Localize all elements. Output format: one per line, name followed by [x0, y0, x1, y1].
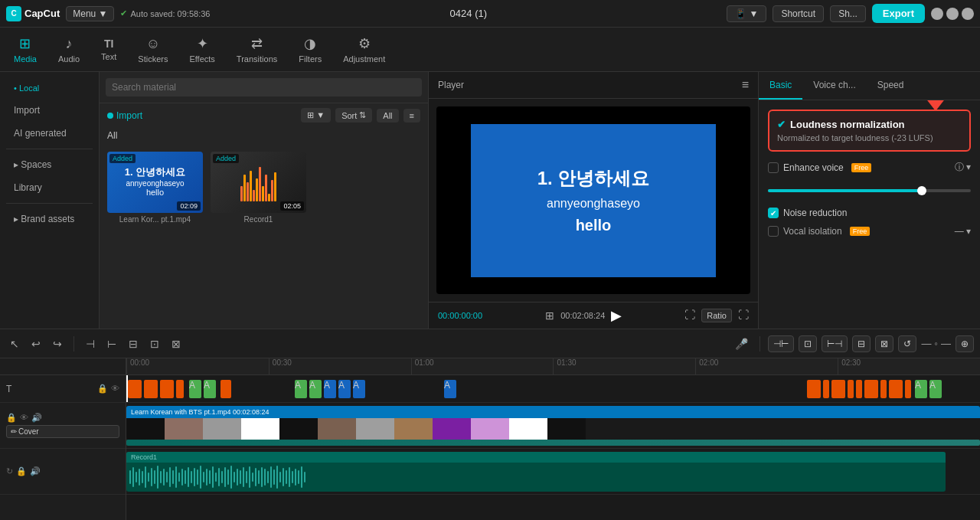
subtitle-lock-icon[interactable]: 🔒 [97, 384, 108, 394]
minimize-button[interactable] [931, 8, 943, 20]
sub-clip-b1[interactable]: A [324, 380, 336, 398]
sub-clip-r1[interactable] [807, 380, 821, 398]
toolbar-effects[interactable]: ✦ Effects [178, 31, 225, 68]
freeze-tool[interactable]: ⊡ [146, 335, 163, 352]
tab-speed[interactable]: Speed [867, 72, 915, 100]
zoom-slider[interactable]: ◦ [934, 338, 938, 349]
undo-tool[interactable]: ↩ [28, 335, 44, 352]
sidebar-item-spaces[interactable]: ▸ Spaces [3, 154, 96, 175]
import-button[interactable]: Import [107, 110, 142, 121]
vocal-isolation-info-icon[interactable]: — ▾ [955, 226, 971, 237]
tab-basic[interactable]: Basic [759, 72, 802, 100]
mic-tool[interactable]: 🎤 [731, 335, 752, 352]
toolbar-filters[interactable]: ◑ Filters [288, 31, 332, 68]
play-button[interactable]: ▶ [611, 307, 622, 324]
fullscreen-icon[interactable]: ⛶ [684, 309, 695, 322]
tab-voice-changer[interactable]: Voice ch... [802, 72, 866, 100]
sub-clip-4[interactable] [176, 380, 184, 398]
audio-volume-icon[interactable]: 🔊 [30, 466, 41, 476]
audio-loop-icon[interactable]: ↻ [6, 466, 13, 476]
tl-link-button[interactable]: ⊣⊢ [768, 335, 794, 352]
close-button[interactable] [962, 8, 974, 20]
subtitle-eye-icon[interactable]: 👁 [111, 384, 119, 394]
sub-clip-r9[interactable] [905, 380, 911, 398]
toolbar-audio[interactable]: ♪ Audio [47, 31, 90, 68]
redo-tool[interactable]: ↪ [49, 335, 66, 352]
toolbar-media[interactable]: ⊞ Media [3, 31, 47, 68]
tl-color-button[interactable]: ↺ [898, 335, 916, 352]
sidebar-item-local[interactable]: • Local [3, 78, 96, 98]
filter-all-button[interactable]: All [377, 109, 398, 123]
zoom-out-icon[interactable]: — [921, 338, 931, 349]
sort-button[interactable]: Sort ⇅ [335, 108, 372, 123]
sub-clip-a4[interactable]: A [309, 380, 322, 398]
copy-tool[interactable]: ⊠ [168, 335, 185, 352]
maximize-button[interactable] [946, 8, 959, 20]
vocal-isolation-checkbox[interactable] [768, 226, 779, 237]
noise-reduction-checkbox[interactable]: ✔ [768, 208, 779, 218]
player-menu-icon[interactable]: ≡ [742, 78, 749, 92]
player-controls: 00:00:00:00 ⊞ 00:02:08:24 ▶ ⛶ Ratio ⛶ [429, 302, 758, 329]
enhance-voice-info-icon[interactable]: ⓘ ▾ [955, 161, 971, 174]
sub-clip-r8[interactable] [889, 380, 903, 398]
sub-clip-a3[interactable]: A [295, 380, 307, 398]
split-tool[interactable]: ⊣ [82, 335, 99, 352]
expand-icon[interactable]: ⛶ [738, 309, 749, 322]
sub-clip-a1[interactable]: A [189, 380, 201, 398]
sub-clip-r2[interactable] [823, 380, 829, 398]
ratio-button[interactable]: Ratio [701, 309, 732, 322]
enhance-voice-slider-thumb[interactable] [917, 186, 926, 195]
trim-tool[interactable]: ⊢ [103, 335, 120, 352]
device-icon-btn[interactable]: 📱 ▼ [727, 5, 766, 22]
delete-tool[interactable]: ⊟ [125, 335, 142, 352]
menu-button[interactable]: Menu ▼ [66, 6, 114, 21]
sub-clip-r3[interactable] [831, 380, 845, 398]
sub-clip-1[interactable] [128, 380, 142, 398]
sidebar-item-library[interactable]: Library [3, 177, 96, 198]
tl-align-button[interactable]: ⊢⊣ [822, 335, 848, 352]
sub-clip-r4[interactable] [848, 380, 854, 398]
export-button[interactable]: Export [872, 4, 925, 23]
view-grid-button[interactable]: ⊞ ▼ [301, 108, 331, 123]
sub-clip-r7[interactable] [880, 380, 887, 398]
sidebar-item-brand-assets[interactable]: ▸ Brand assets [3, 208, 96, 230]
zoom-in-icon[interactable]: — [941, 338, 951, 349]
sub-clip-a2[interactable]: A [204, 380, 216, 398]
media-item-video[interactable]: Added 02:09 1. 안녕하세요 annyeonghaseyo hell… [107, 152, 203, 224]
enhance-voice-checkbox[interactable] [768, 162, 779, 173]
audio-lock-icon[interactable]: 🔒 [16, 466, 27, 476]
video-eye-icon[interactable]: 👁 [20, 413, 28, 423]
sub-clip-3[interactable] [160, 380, 174, 398]
share-button[interactable]: Sh... [830, 5, 866, 22]
grid-view-icon[interactable]: ⊞ [545, 309, 554, 322]
toolbar-transitions[interactable]: ⇄ Transitions [226, 31, 288, 68]
sidebar-item-import[interactable]: Import [3, 100, 96, 121]
video-audio-icon[interactable]: 🔊 [31, 413, 42, 423]
sub-clip-2[interactable] [144, 380, 158, 398]
tl-magnet-button[interactable]: ⊡ [799, 335, 817, 352]
sub-clip-ra2[interactable]: A [929, 380, 942, 398]
sub-clip-b4[interactable]: A [444, 380, 456, 398]
tl-add-track-button[interactable]: ⊕ [956, 335, 974, 352]
toolbar-stickers[interactable]: ☺ Stickers [127, 31, 178, 68]
filter-options-button[interactable]: ≡ [403, 109, 420, 123]
tl-split-button[interactable]: ⊠ [875, 335, 893, 352]
sidebar-item-ai-generated[interactable]: AI generated [3, 123, 96, 144]
sub-clip-b2[interactable]: A [338, 380, 351, 398]
shortcut-button[interactable]: Shortcut [773, 5, 824, 22]
sub-clip-b3[interactable]: A [353, 380, 365, 398]
tl-minus-button[interactable]: ⊟ [852, 335, 871, 352]
select-tool[interactable]: ↖ [6, 335, 23, 352]
loudness-description: Normalized to target loudness (-23 LUFS) [777, 133, 962, 142]
cover-button[interactable]: ✏ Cover [6, 425, 119, 438]
video-lock-icon[interactable]: 🔒 [6, 413, 17, 423]
audio-clip[interactable]: Record1 [126, 452, 946, 492]
search-input[interactable] [106, 78, 422, 96]
toolbar-text[interactable]: TI Text [90, 33, 127, 66]
sub-clip-r6[interactable] [864, 380, 878, 398]
sub-clip-5[interactable] [220, 380, 231, 398]
sub-clip-r5[interactable] [856, 380, 862, 398]
toolbar-adjustment[interactable]: ⚙ Adjustment [332, 31, 396, 68]
sub-clip-ra1[interactable]: A [915, 380, 927, 398]
media-item-audio[interactable]: Added 02:05 [211, 152, 306, 224]
